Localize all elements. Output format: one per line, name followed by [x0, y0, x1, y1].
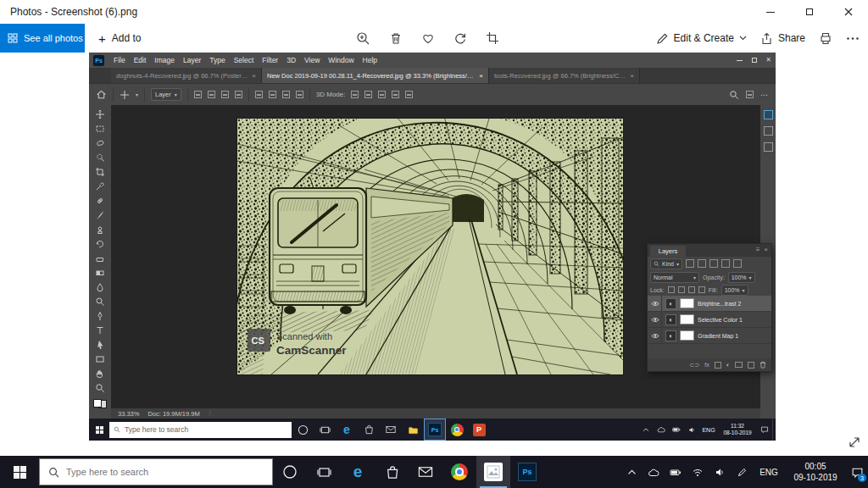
more-button[interactable] — [846, 36, 860, 41]
trash-icon — [389, 31, 403, 45]
distribute-icon — [282, 91, 290, 98]
screenshot-image: Ps File Edit Image Layer Type Select Fil… — [89, 53, 776, 441]
task-view-button[interactable] — [307, 456, 341, 488]
crop-button[interactable] — [486, 31, 499, 45]
auto-select-dropdown: Layer▾ — [151, 88, 181, 101]
layers-list: ◐ Brightne...trast 2 ◐ Selective Color 1… — [648, 296, 771, 344]
healing-brush-tool-icon — [95, 196, 105, 206]
caret-icon: ▾ — [136, 92, 138, 97]
heart-icon — [421, 31, 435, 45]
battery-icon — [669, 419, 684, 441]
photos-button-active[interactable] — [476, 456, 510, 488]
inner-chrome-icon — [446, 419, 468, 441]
close-button[interactable] — [829, 0, 868, 24]
onedrive-cloud-icon[interactable] — [643, 456, 665, 488]
start-button[interactable] — [0, 456, 39, 488]
print-button[interactable] — [819, 31, 832, 45]
see-all-photos-label: See all photos — [24, 33, 83, 43]
edit-create-button[interactable]: Edit & Create — [656, 32, 747, 45]
layer-name: Selective Color 1 — [698, 317, 743, 323]
minimize-icon — [766, 12, 775, 13]
delete-layer-icon — [760, 361, 766, 369]
fill-label: Fill: — [709, 287, 718, 293]
inner-language-indicator: ENG — [699, 427, 718, 433]
cortana-button[interactable] — [273, 456, 307, 488]
separator — [187, 88, 188, 102]
language-indicator[interactable]: ENG — [753, 456, 785, 488]
menu-help: Help — [359, 53, 381, 68]
store-button[interactable] — [375, 456, 409, 488]
notification-badge: 3 — [858, 474, 866, 482]
clock[interactable]: 00:0509-10-2019 — [785, 456, 846, 488]
document-tab: doghnuts-4-Recovered.jpg @ 66.7% (Poster… — [111, 68, 262, 83]
volume-icon[interactable] — [709, 456, 731, 488]
inner-mail-icon — [380, 419, 402, 441]
crop-tool-icon — [95, 167, 105, 177]
document-tab-active: New Doc 2019-09-19 00.28.11_4-Recovered.… — [262, 68, 489, 83]
photoshop-button[interactable]: Ps — [510, 456, 544, 488]
see-all-photos-button[interactable]: See all photos — [0, 24, 85, 53]
chevron-down-icon — [739, 36, 747, 41]
lock-position-icon — [688, 286, 695, 293]
edge-button[interactable]: e — [341, 456, 375, 488]
chrome-button[interactable] — [442, 456, 476, 488]
inner-store-icon — [358, 419, 380, 441]
layer-effects-label: fx — [704, 362, 709, 368]
restore-icon — [806, 8, 813, 15]
windows-logo-icon — [14, 466, 26, 479]
document-tab: tools-Recovered.jpg @ 66.7% (Brightness/… — [489, 68, 640, 83]
network-wifi-icon[interactable] — [687, 456, 709, 488]
mail-button[interactable] — [409, 456, 442, 488]
collapsed-panel-icon — [764, 142, 773, 152]
filter-smart-icon — [733, 259, 742, 268]
3d-mode-icon — [378, 91, 386, 98]
expand-button[interactable] — [848, 435, 861, 449]
lock-transparency-icon — [668, 286, 675, 293]
favorite-button[interactable] — [421, 31, 435, 45]
ps-minimize-icon — [732, 53, 747, 68]
pen-icon[interactable] — [731, 456, 753, 488]
adjustment-layer-icon: ◐ — [665, 314, 676, 325]
window-controls — [751, 0, 868, 24]
move-tool-icon — [95, 109, 105, 119]
distribute-icon — [255, 91, 263, 98]
visibility-eye-icon — [649, 312, 662, 328]
delete-button[interactable] — [389, 31, 403, 45]
align-icon — [208, 91, 215, 98]
rotate-button[interactable] — [453, 31, 467, 45]
action-center-button[interactable]: 3 — [846, 456, 868, 488]
volume-icon — [684, 419, 699, 441]
taskbar-search-box[interactable] — [39, 458, 273, 485]
opacity-dropdown: 100%▾ — [728, 272, 755, 283]
marquee-tool-icon — [95, 124, 105, 134]
window-title: Photos - Screenshot (6).png — [10, 6, 137, 18]
restore-button[interactable] — [790, 0, 829, 24]
minimize-button[interactable] — [751, 0, 790, 24]
photo-viewer: Ps File Edit Image Layer Type Select Fil… — [0, 53, 868, 456]
close-icon — [844, 8, 853, 16]
add-to-button[interactable]: + Add to — [98, 24, 141, 53]
battery-icon[interactable] — [665, 456, 687, 488]
type-tool-icon — [95, 325, 105, 336]
collapsed-panel-icon — [764, 110, 773, 119]
toolbar-right-icons: Edit & Create Share — [656, 24, 860, 53]
separator — [309, 88, 310, 102]
photoshop-toolbar — [89, 105, 111, 408]
watermark-line2: CamScanner — [276, 344, 347, 357]
panel-menu-icon: ≡ — [756, 246, 760, 253]
menu-window: Window — [324, 53, 358, 68]
search-input[interactable] — [66, 467, 244, 477]
zoom-button[interactable] — [356, 31, 370, 46]
photoshop-window-controls: ✕ — [732, 53, 776, 68]
3d-mode-icon — [351, 91, 359, 98]
photoshop-tabbar: doghnuts-4-Recovered.jpg @ 66.7% (Poster… — [89, 68, 776, 83]
inner-file-explorer-icon — [402, 419, 424, 441]
crop-icon — [486, 31, 499, 45]
inner-show-desktop — [772, 419, 776, 441]
hidden-icons-chevron[interactable] — [620, 456, 643, 488]
photoshop-status-bar: 33.33% Doc: 19.9M/19.9M 〉 — [111, 408, 760, 419]
photos-grid-icon — [8, 33, 18, 43]
menu-filter: Filter — [258, 53, 282, 68]
share-button[interactable]: Share — [760, 32, 805, 45]
eraser-tool-icon — [95, 253, 105, 263]
